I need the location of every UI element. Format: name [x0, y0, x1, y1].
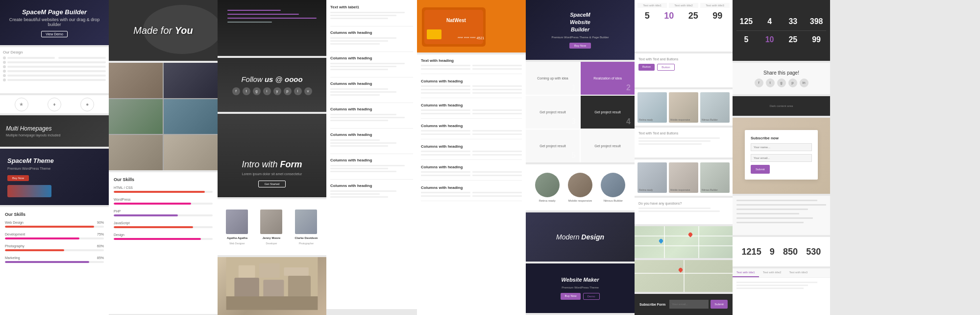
- number-val-4: 398: [807, 17, 826, 26]
- team-role-3: Photographer: [299, 242, 314, 245]
- maker-btn-1[interactable]: Buy Now: [561, 293, 580, 300]
- mini-btn-1[interactable]: Button: [638, 64, 655, 71]
- design-row: [3, 79, 106, 81]
- skill-fill: [114, 191, 205, 193]
- tab-item-8-3[interactable]: Text with title3: [785, 268, 811, 277]
- spacem-theme-panel: SpaceM Theme Premium WordPress Theme Buy…: [0, 149, 109, 206]
- skill-item: Development75%: [5, 233, 104, 239]
- t-line: [638, 140, 710, 142]
- dark-line-2: [227, 14, 299, 15]
- skill-item: HTML / CSS: [114, 186, 213, 193]
- circle-img-1: [535, 173, 560, 197]
- bottom-num-val-2: 9: [770, 247, 775, 257]
- maker-btn-2[interactable]: Demo: [583, 293, 600, 300]
- builder-demo-btn[interactable]: View Demo: [41, 31, 68, 37]
- linkedin-icon[interactable]: l: [294, 87, 302, 95]
- icon-circle-3[interactable]: ●: [80, 98, 94, 111]
- team-avatar-3: [295, 210, 317, 234]
- google-icon[interactable]: g: [253, 87, 261, 95]
- bottom-num-item-4: 530: [806, 247, 821, 257]
- col-line: [421, 192, 470, 193]
- facebook-icon[interactable]: f: [232, 87, 240, 95]
- dark-line-1: [227, 10, 281, 11]
- photo-cell-4: [164, 99, 218, 134]
- design-row: [3, 74, 106, 77]
- mini-btn-outline-1[interactable]: Button: [657, 64, 674, 71]
- step-cell-1: Coming up with idea 1: [526, 62, 580, 95]
- website-builder-btn[interactable]: Buy Now: [569, 43, 591, 49]
- icon-circle-1[interactable]: ★: [15, 98, 28, 111]
- share-facebook-icon[interactable]: f: [755, 79, 763, 87]
- design-line: [7, 61, 106, 63]
- step-text-2: Realization of idea: [591, 74, 624, 82]
- number-val-8: 99: [807, 35, 826, 44]
- skill-bar-bg: [5, 237, 104, 239]
- intro-form-btn[interactable]: Get Started: [258, 181, 286, 187]
- subscribe-submit-btn[interactable]: Submit: [710, 300, 728, 309]
- content-divider: [330, 26, 413, 26]
- circles-panel: Retina ready Mobile responsive Nitrous B…: [526, 164, 635, 210]
- svg-rect-3: [288, 276, 311, 298]
- youtube-icon[interactable]: y: [273, 87, 281, 95]
- cols-section-7: Columns with heading: [421, 185, 522, 201]
- skill-item: WordPress: [114, 198, 213, 205]
- col-line: [472, 151, 522, 152]
- content-heading: Columns with heading: [330, 30, 413, 35]
- share-linkedin-icon[interactable]: in: [800, 79, 808, 87]
- content-line: [330, 12, 405, 13]
- vimeo-icon[interactable]: v: [304, 87, 312, 95]
- subscribe-email-input[interactable]: [669, 300, 709, 309]
- share-google-icon[interactable]: g: [777, 79, 786, 87]
- dark-line-4: [227, 22, 272, 23]
- tab-item-8-2[interactable]: Text with title2: [759, 268, 785, 277]
- skills-panel-2: Our Skills HTML / CSS WordPress: [109, 172, 218, 314]
- multi-homepages-sub: Multiple homepage layouts included: [6, 133, 60, 137]
- number-item-1: 125: [736, 17, 756, 26]
- multi-homepages-title: Multi Homepages: [6, 125, 60, 132]
- content-line: [330, 117, 405, 118]
- share-panel: Share this page! f t g p in: [733, 63, 830, 94]
- step-text-3: Get project result: [537, 108, 568, 116]
- retina-panel-1: Retina ready Mobile responsive Nitrous B…: [635, 89, 733, 126]
- office-photo-panel: [218, 257, 326, 315]
- content-line: [330, 37, 396, 39]
- retina-label-6: Nitrous Builder: [702, 188, 718, 191]
- circle-label-1: Retina ready: [539, 199, 556, 202]
- cols-lines: [421, 192, 522, 197]
- share-twitter-icon[interactable]: t: [766, 79, 775, 87]
- text-area-lines: [736, 200, 826, 223]
- office-photo-inner: [218, 257, 326, 315]
- skill-fill: [114, 203, 191, 205]
- content-list-panel: Text with label1 Columns with heading Co…: [326, 0, 417, 309]
- share-pinterest-icon[interactable]: p: [788, 79, 797, 87]
- subscribe-form-btn[interactable]: Submit: [751, 165, 770, 174]
- tab-item-8-1[interactable]: Text with title1: [733, 268, 759, 277]
- website-maker-sub: Premium WordPress Theme: [562, 286, 598, 289]
- skill-bar: [114, 238, 213, 240]
- website-maker-title: Website Maker: [562, 276, 599, 284]
- retina-img-4: Retina ready: [637, 162, 667, 193]
- retina-panel-2: Retina ready Mobile responsive Nitrous B…: [635, 159, 733, 196]
- content-line: [330, 15, 396, 16]
- theme-buy-btn[interactable]: Buy Now: [7, 175, 29, 181]
- pinterest-icon[interactable]: p: [284, 87, 292, 95]
- team-name-1: Agatha Agatha: [227, 236, 247, 239]
- retina-img-3: Nitrous Builder: [700, 92, 730, 123]
- instagram-icon[interactable]: i: [263, 87, 271, 95]
- cols-section-4: Columns with heading: [421, 124, 522, 139]
- twitter-icon[interactable]: t: [243, 87, 250, 95]
- svg-rect-4: [226, 296, 318, 310]
- subscribe-name-input[interactable]: [751, 143, 812, 151]
- content-line: [330, 142, 396, 144]
- icon-circle-2[interactable]: ♦: [48, 98, 61, 111]
- skill-label: WordPress: [114, 198, 213, 201]
- content-section-1: Text with label1: [330, 5, 413, 19]
- step-cell-3: Get project result 3: [526, 96, 580, 129]
- subscribe-email-input-2[interactable]: [751, 154, 812, 162]
- circle-img-3: [601, 173, 625, 197]
- col-line: [472, 192, 522, 193]
- col-line: [472, 195, 522, 197]
- tab-header-8: Text with title1 Text with title2 Text w…: [733, 268, 830, 278]
- numbers-divider: [736, 30, 826, 31]
- cols-lines: [421, 151, 522, 156]
